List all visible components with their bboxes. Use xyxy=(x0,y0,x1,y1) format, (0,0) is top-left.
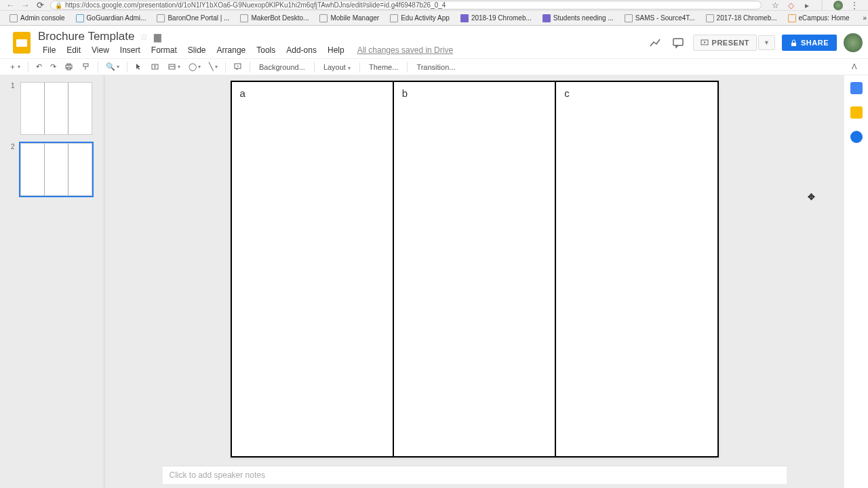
browser-menu-icon[interactable]: ⋮ xyxy=(850,1,859,9)
menu-edit[interactable]: Edit xyxy=(62,44,85,56)
filmstrip: 1 2 xyxy=(0,75,105,488)
menu-slide[interactable]: Slide xyxy=(183,44,211,56)
transition-button[interactable]: Transition... xyxy=(412,61,460,73)
calendar-icon[interactable] xyxy=(850,82,863,94)
page-icon xyxy=(76,14,84,22)
page-icon xyxy=(460,14,469,22)
paint-format-button[interactable] xyxy=(78,60,94,73)
save-status[interactable]: All changes saved in Drive xyxy=(351,44,460,56)
svg-rect-2 xyxy=(673,39,683,45)
menu-arrange[interactable]: Arrange xyxy=(212,44,251,56)
page-icon xyxy=(390,14,398,22)
page-icon xyxy=(788,14,796,22)
menu-tools[interactable]: Tools xyxy=(252,44,280,56)
url-text: https://docs.google.com/presentation/d/1… xyxy=(65,1,446,9)
forward-button[interactable]: → xyxy=(20,1,30,10)
explore-icon[interactable] xyxy=(647,35,663,51)
slide-column-3[interactable]: c xyxy=(556,82,717,456)
browser-avatar[interactable] xyxy=(833,1,843,10)
textbox-tool[interactable] xyxy=(147,60,163,73)
page-icon xyxy=(625,14,633,22)
page-icon xyxy=(319,14,328,22)
extension-divider: │ xyxy=(818,1,827,9)
print-button[interactable] xyxy=(61,60,77,73)
background-button[interactable]: Background... xyxy=(254,61,310,73)
menu-view[interactable]: View xyxy=(87,44,114,56)
slides-logo[interactable] xyxy=(9,30,34,55)
present-dropdown[interactable]: ▼ xyxy=(758,35,775,50)
extension-icon-2[interactable]: ▸ xyxy=(802,1,811,9)
menu-help[interactable]: Help xyxy=(323,44,349,56)
tasks-icon[interactable] xyxy=(850,131,863,143)
toolbar: ＋▾ ↶ ↷ 🔍▾ ▾ ◯▾ ╲▾ + Background... Layout… xyxy=(0,59,868,75)
page-icon xyxy=(240,14,248,22)
extension-icon[interactable]: ◇ xyxy=(787,1,795,9)
chevron-down-icon: ▾ xyxy=(18,64,20,70)
collapse-toolbar-button[interactable]: ᐱ xyxy=(846,59,863,75)
slide-column-1[interactable]: a xyxy=(232,82,394,456)
bookmark-item[interactable]: MakerBot Deskto... xyxy=(236,14,313,22)
bookmarks-overflow[interactable]: » xyxy=(859,14,868,22)
present-button[interactable]: PRESENT xyxy=(693,35,757,51)
bookmark-item[interactable]: 2017-18 Chromeb... xyxy=(702,14,781,22)
menu-file[interactable]: File xyxy=(38,44,60,56)
star-icon[interactable]: ☆ xyxy=(140,31,149,42)
shape-tool[interactable]: ◯▾ xyxy=(185,60,204,73)
keep-icon[interactable] xyxy=(850,106,863,119)
bookmark-item[interactable]: Admin console xyxy=(5,14,69,22)
menu-format[interactable]: Format xyxy=(146,44,182,56)
theme-button[interactable]: Theme... xyxy=(364,61,403,73)
bookmark-item[interactable]: Edu Activity App xyxy=(386,14,454,22)
layout-button[interactable]: Layout ▾ xyxy=(319,61,355,73)
page-icon xyxy=(542,14,551,22)
move-cursor-icon: ✥ xyxy=(808,192,815,202)
svg-rect-7 xyxy=(67,64,71,65)
slide-number: 2 xyxy=(11,143,16,196)
slide-number: 1 xyxy=(11,82,16,135)
lock-icon: 🔒 xyxy=(55,2,62,9)
share-button[interactable]: SHARE xyxy=(782,35,837,51)
star-icon[interactable]: ☆ xyxy=(771,1,780,9)
bookmark-item[interactable]: 2018-19 Chromeb... xyxy=(456,14,536,22)
folder-icon[interactable]: ▆ xyxy=(154,31,161,42)
svg-text:+: + xyxy=(237,64,239,68)
menu-addons[interactable]: Add-ons xyxy=(281,44,321,56)
slide-canvas[interactable]: a b c xyxy=(231,81,719,458)
speaker-notes[interactable]: Click to add speaker notes xyxy=(163,466,787,484)
doc-title[interactable]: Brochure Template xyxy=(38,30,134,43)
zoom-button[interactable]: 🔍▾ xyxy=(102,60,123,73)
chevron-down-icon: ▾ xyxy=(117,64,119,70)
page-icon xyxy=(157,14,165,22)
new-slide-button[interactable]: ＋▾ xyxy=(5,60,24,74)
account-avatar[interactable] xyxy=(844,33,863,52)
page-icon xyxy=(9,14,18,22)
bookmark-item[interactable]: GoGuardian Admi... xyxy=(72,14,151,22)
comment-tool[interactable]: + xyxy=(230,60,245,73)
bookmark-item[interactable]: eCampus: Home xyxy=(784,14,854,22)
bookmark-item[interactable]: BaronOne Portal | ... xyxy=(153,14,233,22)
canvas-area[interactable]: a b c ✥ Click to add speaker notes xyxy=(105,75,844,488)
line-tool[interactable]: ╲▾ xyxy=(205,60,221,73)
menu-insert[interactable]: Insert xyxy=(115,44,145,56)
chevron-down-icon: ▾ xyxy=(348,65,351,71)
reload-button[interactable]: ⟳ xyxy=(35,1,45,10)
image-tool[interactable]: ▾ xyxy=(164,60,184,73)
select-tool[interactable] xyxy=(132,61,146,73)
bookmark-item[interactable]: Students needing ... xyxy=(538,14,618,22)
comments-icon[interactable] xyxy=(670,35,686,51)
page-icon xyxy=(706,14,714,22)
chevron-down-icon: ▾ xyxy=(178,64,180,70)
redo-button[interactable]: ↷ xyxy=(47,60,60,73)
url-bar[interactable]: 🔒 https://docs.google.com/presentation/d… xyxy=(50,1,762,9)
svg-rect-8 xyxy=(83,64,88,66)
bookmark-item[interactable]: SAMS - Source4T... xyxy=(620,14,699,22)
lock-icon xyxy=(790,39,797,47)
slide-column-2[interactable]: b xyxy=(394,82,556,456)
bookmark-item[interactable]: Mobile Manager xyxy=(315,14,383,22)
side-panel xyxy=(844,75,868,488)
play-icon xyxy=(701,39,709,47)
undo-button[interactable]: ↶ xyxy=(33,60,45,73)
back-button[interactable]: ← xyxy=(5,1,15,10)
slide-thumbnail-1[interactable] xyxy=(20,82,92,135)
slide-thumbnail-2[interactable] xyxy=(20,143,92,196)
